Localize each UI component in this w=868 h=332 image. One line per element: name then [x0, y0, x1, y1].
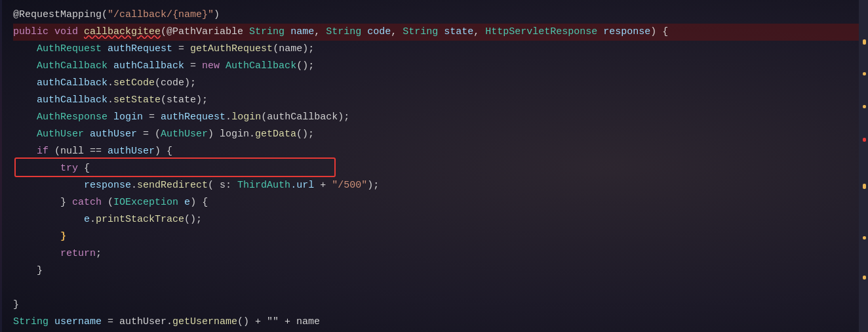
code-line-13: e.printStackTrace(); — [13, 211, 868, 228]
code-line-5: authCallback.setCode(code); — [13, 75, 868, 92]
scrollbar-marker — [863, 184, 866, 189]
token: response — [84, 178, 131, 194]
token: (name); — [273, 41, 314, 57]
token: state — [444, 24, 473, 40]
token: login — [113, 110, 143, 125]
token: response — [597, 24, 650, 40]
token: } — [60, 229, 66, 245]
token: String — [13, 314, 54, 330]
token: . — [108, 93, 113, 108]
token: login — [231, 110, 261, 125]
token: setCode — [113, 75, 155, 91]
token: (); — [296, 58, 314, 74]
code-line-16: } — [13, 262, 868, 280]
token: new — [202, 58, 226, 74]
token: ) { — [155, 144, 172, 159]
token: . — [131, 178, 137, 194]
token: } — [60, 195, 72, 211]
token: + — [314, 178, 332, 194]
token — [13, 195, 60, 211]
token — [13, 144, 37, 159]
token: = — [184, 58, 202, 74]
code-line-1: @RequestMapping("/callback/{name}") — [13, 7, 868, 24]
code-line-19: String username = authUser.getUsername()… — [13, 314, 868, 331]
token: , — [391, 24, 403, 40]
token: (authCallback); — [261, 110, 349, 125]
token: AuthCallback — [226, 58, 296, 74]
token: = authUser. — [102, 314, 172, 330]
token — [13, 263, 37, 279]
token: (); — [296, 127, 314, 142]
code-line-14: } — [13, 228, 868, 245]
token — [178, 195, 184, 211]
token: authUser — [90, 127, 137, 142]
token: getAuthRequest — [190, 41, 273, 57]
code-line-8: AuthUser authUser = (AuthUser) login.get… — [13, 126, 868, 143]
scrollbar-track[interactable] — [859, 0, 868, 332]
token: HttpServletResponse — [485, 24, 597, 40]
token: ( — [108, 195, 113, 211]
code-line-2: public void callbackgitee(@PathVariable … — [13, 24, 868, 41]
code-line-17 — [13, 280, 868, 297]
token: String — [403, 24, 444, 40]
token: { — [84, 161, 90, 176]
token — [13, 178, 84, 194]
code-line-4: AuthCallback authCallback = new AuthCall… — [13, 58, 868, 75]
code-line-10: try { — [13, 160, 868, 177]
token: "/500" — [332, 178, 367, 194]
token — [13, 161, 60, 176]
token: authCallback — [37, 93, 108, 108]
token: ( — [161, 24, 167, 40]
token: (null == — [54, 144, 108, 159]
code-line-3: AuthRequest authRequest = getAuthRequest… — [13, 41, 868, 58]
token: getUsername — [172, 314, 237, 330]
token: try — [60, 161, 84, 176]
token: ( s: — [208, 178, 237, 194]
code-line-18: } — [13, 297, 868, 314]
token: username — [54, 314, 102, 330]
token: AuthUser — [161, 127, 208, 142]
token: = ( — [137, 127, 161, 142]
token: . — [90, 212, 96, 228]
token: . — [108, 75, 113, 91]
token: = — [172, 41, 190, 57]
token — [13, 212, 84, 228]
left-gutter — [0, 0, 2, 332]
token: } — [37, 263, 43, 279]
token: String — [326, 24, 367, 40]
token: AuthUser — [37, 127, 90, 142]
code-line-6: authCallback.setState(state); — [13, 92, 868, 109]
token — [13, 127, 37, 142]
token: e — [184, 195, 190, 211]
token: code — [367, 24, 391, 40]
token: .url — [290, 178, 314, 194]
code-line-15: return; — [13, 245, 868, 262]
code-line-12: } catch (IOException e) { — [13, 194, 868, 211]
token: return — [60, 246, 96, 262]
token: setState — [113, 93, 161, 108]
token: ) — [214, 7, 220, 23]
scrollbar-marker — [863, 236, 866, 239]
token: ) login. — [208, 127, 255, 142]
token: sendRedirect — [137, 178, 208, 194]
token: ); — [367, 178, 379, 194]
token: IOException — [113, 195, 178, 211]
token: authRequest — [108, 41, 172, 57]
token: callbackgitee — [84, 24, 161, 40]
token: if — [37, 144, 54, 159]
token — [13, 229, 60, 245]
scrollbar-marker-red — [863, 138, 866, 142]
token: authCallback — [113, 58, 184, 74]
token: printStackTrace — [96, 212, 184, 228]
token: (state); — [161, 93, 208, 108]
token: . — [226, 110, 231, 125]
token: authRequest — [161, 110, 226, 125]
token: ThirdAuth — [237, 178, 290, 194]
code-editor: @RequestMapping("/callback/{name}") publ… — [0, 0, 868, 332]
scrollbar-marker — [863, 72, 866, 75]
token: catch — [72, 195, 108, 211]
code-line-7: AuthResponse login = authRequest.login(a… — [13, 109, 868, 126]
token — [13, 41, 37, 57]
token: , — [473, 24, 485, 40]
code-line-11: response.sendRedirect( s: ThirdAuth.url … — [13, 177, 868, 194]
